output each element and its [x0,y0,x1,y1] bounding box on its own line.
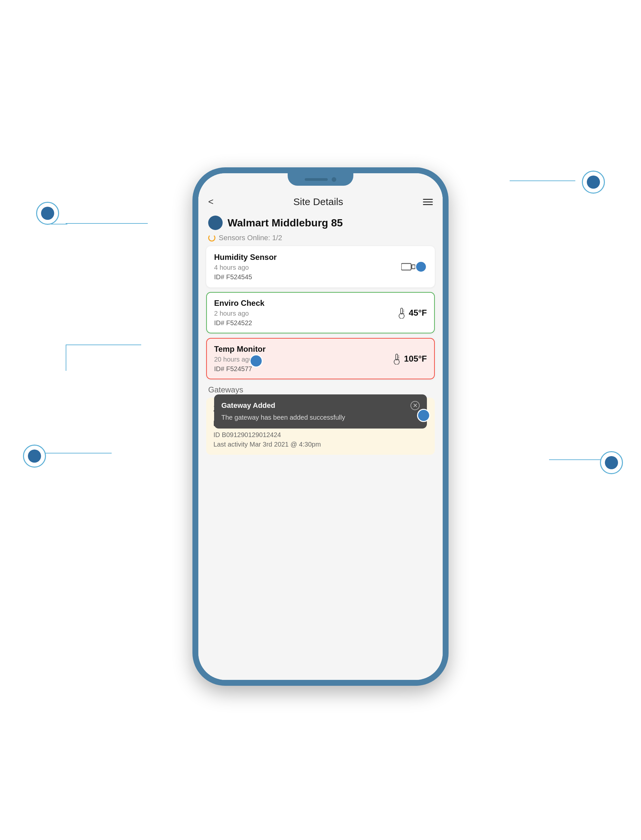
site-name: Walmart Middleburg 85 [227,217,343,229]
gateway-last-activity: Last activity Mar 3rd 2021 @ 4:30pm [213,441,428,448]
app-header: < Site Details [198,190,443,212]
enviro-check-name: Enviro Check [214,299,427,308]
temp-monitor-card[interactable]: Temp Monitor 20 hours ago ID# F524577 [206,338,435,379]
svg-rect-0 [401,263,411,270]
site-icon [208,215,223,230]
enviro-check-card[interactable]: Enviro Check 2 hours ago ID# F524522 45°… [206,292,435,333]
menu-icon-line1 [423,199,433,200]
menu-icon-line3 [423,204,433,205]
sensor-cards-area: Humidity Sensor 4 hours ago ID# F524545 [198,246,443,379]
svg-rect-1 [412,265,415,269]
back-button[interactable]: < [208,196,213,207]
sensors-loading-icon [208,234,216,241]
humidity-sensor-id: ID# F524545 [214,273,427,281]
site-name-row: Walmart Middleburg 85 [198,212,443,232]
toast-message: The gateway has been added successfully [221,413,420,422]
page-title: Site Details [293,196,343,207]
humidity-sensor-card[interactable]: Humidity Sensor 4 hours ago ID# F524545 [206,246,435,287]
enviro-check-id: ID# F524522 [214,319,427,327]
sensors-online-row: Sensors Online: 1/2 [198,232,443,246]
menu-button[interactable] [423,199,433,205]
temp-monitor-time: 20 hours ago [214,356,427,363]
toast-close-icon: ✕ [413,402,418,409]
toast-header: Gateway Added ✕ [221,401,420,410]
gateway-device-id: ID B091290129012424 [213,431,428,439]
toast-title: Gateway Added [221,401,275,410]
menu-icon-line2 [423,201,433,202]
toast-notification: Gateway Added ✕ The gateway has been add… [214,394,427,429]
humidity-sensor-icon [401,261,427,273]
toast-close-button[interactable]: ✕ [411,401,420,410]
temp-monitor-name: Temp Monitor [214,345,427,354]
humidity-sensor-time: 4 hours ago [214,264,427,271]
enviro-check-time: 2 hours ago [214,310,427,317]
enviro-temp-value: 45°F [409,308,427,318]
gateway-card[interactable]: Z-Gateway Ethernet [206,398,435,455]
temp-monitor-id: ID# F524577 [214,365,427,373]
humidity-sensor-name: Humidity Sensor [214,253,427,262]
sensors-online-text: Sensors Online: 1/2 [219,234,282,242]
enviro-check-temp: 45°F [397,307,427,319]
